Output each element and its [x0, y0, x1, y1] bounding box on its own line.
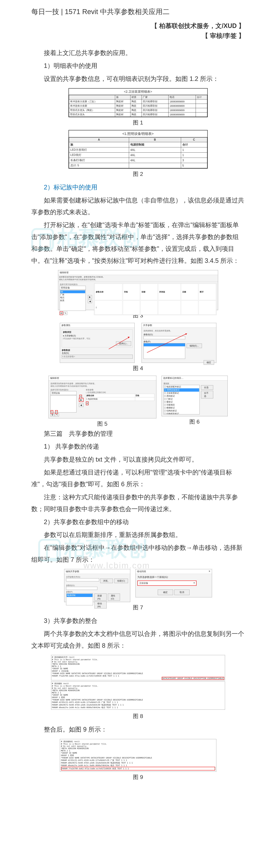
fig4r-group-label: 参数组(G): — [143, 333, 215, 336]
fig7l-prop-button[interactable]: 属性(O) — [108, 593, 120, 601]
fig7l-group-label: 参数组(G): — [66, 584, 128, 587]
fig7l-param-label: 参数(P): — [66, 591, 128, 593]
watermark-url-2: www.lcbim.com — [83, 561, 150, 570]
section-3-heading: 第三篇 共享参数的管理 — [31, 428, 245, 439]
fig4l-type-label: 参数类型 — [63, 331, 132, 334]
fig5-marker-3: 3 — [79, 395, 82, 398]
fig4l-shared-radio[interactable]: ● 共享参数(S) — [63, 334, 132, 337]
fig5-btn-1[interactable]: ⚙1 — [50, 413, 55, 416]
fig6-group-label: 要刷新 — [164, 382, 226, 385]
fig2-title: <1.照明设备明细表> — [69, 130, 207, 137]
figure-6-dialog: 选择要标记的项目… 要刷新 ☐ 电线管配件标记☑ 照明设备标记☐ 卫浴装置标记☐… — [162, 376, 228, 416]
section-3-p4: 参数可以在后期重新排序，重新选择所属参数组。 — [31, 529, 245, 541]
fig6-none-button[interactable]: 全不选 — [201, 391, 213, 398]
fig8-highlight-cols: DATACATEGORY GROUP VISIBLE DESCRIPTION U… — [162, 677, 224, 680]
fig3-label-table: 参数名称空格前缀样例值后缀断开 1 — [94, 283, 217, 315]
fig3-note1: 选择要添加到标签中的参数，参数按顺序加入到标签。 — [59, 276, 105, 278]
fig5-marker-1: 1 — [51, 410, 53, 414]
fig4r-title: 共享参数 — [142, 323, 216, 328]
fig4r-note: 选择参数组，然后选择所需参数。 — [143, 330, 215, 332]
fig4l-select-button[interactable]: 选择(L)... — [116, 341, 131, 346]
section-3-3: 3）共享参数的整合 — [31, 615, 245, 627]
fig5-field-list[interactable] — [50, 395, 77, 412]
fig3-group-combo[interactable]: 照明设备 — [60, 286, 86, 290]
fig3-group-label: 选择可用字段来源(S): — [60, 283, 86, 286]
section-1-heading: 1）明细表中的使用 — [31, 60, 245, 72]
fig7l-file-label: 共享参数文件(S): — [66, 576, 128, 578]
fig4l-title: 参数属性 — [60, 323, 134, 328]
fig7r-cancel-button[interactable]: 取消 — [174, 590, 190, 595]
fig8-caption: 图 8 — [31, 712, 245, 720]
section-3-p6: 两个共享参数的文本文档中信息可以合并，将图示中的信息复制到另一个文本即可完成合并… — [31, 628, 245, 652]
fig7-caption: 图 7 — [31, 604, 245, 612]
section-2-heading: 2）标记族中的使用 — [31, 181, 245, 193]
fig1-caption: 图 1 — [31, 119, 245, 127]
chevron-down-icon: ▾ — [194, 582, 195, 585]
fig5-wrap-check[interactable]: □ 仅在参数之间换行(W) — [86, 391, 155, 394]
fig7l-param-list[interactable]: 电源控制 — [66, 593, 93, 606]
fig5-marker-4: 4 — [86, 402, 88, 405]
review-byline: 【 审核/李签 】 — [31, 32, 245, 40]
fig7l-move-button[interactable]: 移动(M) — [94, 601, 107, 609]
fig4l-data-label: 参数数据 — [62, 349, 133, 352]
fig6-all-button[interactable]: 全选 — [201, 385, 213, 390]
fig7l-file-field[interactable] — [66, 578, 99, 581]
fig4r-edit-button[interactable]: 编辑(E)... — [187, 344, 202, 348]
intro-paragraph: 接着上文汇总共享参数的应用。 — [31, 47, 245, 59]
fig6-caption: 图 6 — [162, 418, 228, 426]
fig5-group-label: 选择可用字段来源(S): — [50, 389, 77, 391]
fig3-field-list[interactable]: IM厂家电话材质 — [60, 290, 86, 311]
fig4r-param-list[interactable] — [143, 343, 185, 359]
fig4l-shared-note: (可以由多个项目和族共享，可以 — [63, 337, 132, 340]
fig5-group-combo[interactable]: 照明设备 — [50, 391, 77, 395]
fig6-item-list[interactable]: ☐ 电线管配件标记☑ 照明设备标记☐ 卫浴装置标记☐ 房间标记☐ 门标记☐ 窗标… — [164, 385, 200, 414]
fig4r-group-combo[interactable] — [143, 336, 185, 339]
fig7l-param-item[interactable]: 电源控制 — [66, 594, 92, 597]
fig3-title: 编辑标签 — [58, 270, 218, 275]
fig9-highlight-row: PARAM 7fa2b700-da62-471a-ba8e-ecfe0172d9… — [61, 767, 215, 770]
section-2-p2: 打开标记族，在"创建"选项卡单击"标签"面板，在弹出"编辑标签"面板单击"添加参… — [31, 219, 245, 267]
fig5-note1: 选择要添加到标签中的参数，参数按顺序加入到标签。 — [50, 382, 155, 385]
fig4l-name-field: <未选择参数> — [62, 355, 133, 359]
figure-7-left-dialog: 编辑共享参数 共享参数文件(S): 浏览。 创建(C) 参数组(G): 参数(P… — [64, 569, 130, 602]
fig2-caption: 图 2 — [31, 170, 245, 178]
fig1-title: <2.卫浴装置明细表> — [69, 89, 207, 95]
fig3-move-left-button[interactable]: ◀ — [88, 300, 92, 303]
section-1-p1: 设置的共享参数信息，可在明细表识别为字段。如图 1.2 所示： — [31, 73, 245, 85]
fig7r-prompt: 为所选参数选择一个新组(G): — [137, 576, 210, 579]
fig7l-browse-button[interactable]: 浏览。 — [100, 579, 113, 583]
figure-5-dialog: 编辑标签 选择要添加到标签中的参数，参数按顺序加入到标签。 请给入在列明细表中表… — [49, 376, 156, 418]
section-3-p1: 共享参数是独立的 txt 文件，可以直接拷贝此文件即可。 — [31, 454, 245, 465]
section-3-1: 1） 共享参数的传递 — [31, 441, 245, 453]
article-title: 每日一技 | 1571 Revit 中共享参数相关应用二 — [31, 7, 245, 17]
fig7l-group-combo[interactable] — [66, 587, 98, 590]
figure-4-left-dialog: 参数属性 参数类型 ● 共享参数(S) (可以由多个项目和族共享，可以 选择(L… — [60, 323, 135, 363]
fig5-marker-2: 2 — [55, 410, 58, 414]
author-byline: 【 柏慕联创技术服务，文/XUD 】 — [31, 22, 245, 30]
section-3-p3: 注意：这种方式只能传递项目参数中的共享参数，不能传递族中共享参数；同时项目参数中… — [31, 491, 245, 515]
fig7l-new-button[interactable]: 新建(N) — [94, 593, 107, 601]
fig4r-ok-button[interactable]: 确定 — [204, 360, 214, 365]
fig5-title: 编辑标签 — [49, 376, 156, 380]
fig7r-ok-button[interactable]: 确定 — [158, 590, 173, 595]
figure-7-right-dialog: 移动到组 ✕ 为所选参数选择一个新组(G): 卫浴设备▾ 确定 取消 — [136, 569, 212, 597]
section-3-2: 2）共享参数在参数组中的移动 — [31, 516, 245, 528]
fig7r-group-combo[interactable]: 卫浴设备▾ — [137, 581, 196, 586]
fig5-note2: 请给入在列明细表中表示此标签的字段样例。 — [50, 385, 155, 388]
fig5-move-right-button[interactable]: ▶3 — [79, 398, 83, 402]
fig5-move-left-button[interactable]: ◀ — [79, 403, 83, 407]
fig6-title: 选择要标记的项目… — [162, 376, 227, 380]
figure-2-table: <1.照明设备明细表> ABC 族电源控制箱合计 LED方形筒灯4AL1LED筒… — [68, 130, 208, 168]
fig5-caption: 图 5 — [49, 420, 156, 428]
fig7r-title: 移动到组 — [137, 570, 146, 573]
section-3-p2: 如果是想通过项目进行传递，可以利用"管理"选项卡中的"传递项目标准"，勾选"项目… — [31, 466, 245, 490]
fig5-right-label: 标签参数 — [86, 389, 155, 391]
fig3-move-right-button[interactable]: ▶ — [88, 295, 92, 299]
fig3-note2: 请给入在列明细表中表示此标签的字段样例。 — [59, 278, 97, 281]
fig3-edit-button[interactable]: ✎ — [64, 312, 67, 315]
fig3-add-param-button[interactable]: ⚙ — [60, 311, 63, 315]
fig7r-close-icon[interactable]: ✕ — [209, 570, 211, 573]
fig7l-create-button[interactable]: 创建(C) — [114, 579, 128, 583]
fig5-btn-2[interactable]: ✎2 — [55, 413, 59, 416]
figure-8-text-blocks: # 请勿编辑此文件 revit# This is a Revit shared … — [51, 655, 225, 711]
